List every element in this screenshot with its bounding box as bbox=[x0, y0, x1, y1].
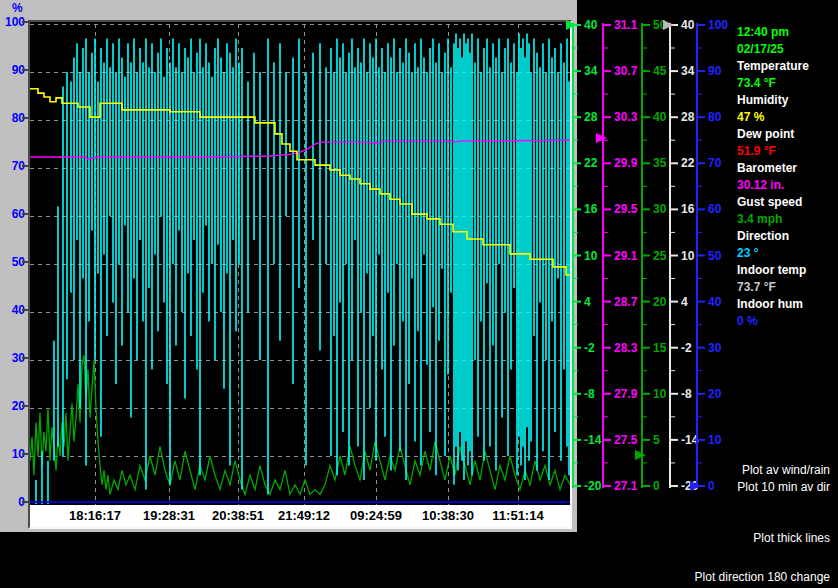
dew-point-axis-label: 4 bbox=[681, 295, 688, 309]
dew-point-axis-label: -8 bbox=[681, 387, 692, 401]
dew-point-axis-label: 10 bbox=[681, 249, 695, 263]
temperature-axis-label: 22 bbox=[584, 156, 598, 170]
gust-speed-axis-label: 25 bbox=[653, 249, 667, 263]
option-plot-av-wind-rain[interactable]: Plot av wind/rain bbox=[742, 463, 830, 477]
barometer-axis-label: 29.5 bbox=[614, 202, 638, 216]
time-axis-label: 11:51:14 bbox=[483, 508, 553, 523]
dew-point-axis-label: 34 bbox=[681, 64, 695, 78]
temperature-axis-label: 4 bbox=[584, 295, 591, 309]
humidity-axis-label: 40 bbox=[708, 295, 722, 309]
humidity-value: 47 % bbox=[737, 109, 837, 126]
dew-point-label: Dew point bbox=[737, 126, 837, 143]
barometer-pointer bbox=[596, 133, 607, 143]
clock-time: 12:40 pm bbox=[737, 24, 837, 41]
humidity-axis-label: 10 bbox=[708, 433, 722, 447]
barometer-axis-label: 28.3 bbox=[614, 341, 638, 355]
barometer-axis-label: 27.1 bbox=[614, 479, 638, 493]
gust-speed-axis-label: 40 bbox=[653, 110, 667, 124]
temperature-pointer bbox=[566, 20, 577, 30]
dew-point-axis: 4034282216104-2-8-14-20 bbox=[663, 18, 699, 493]
humidity-axis-label: 60 bbox=[708, 202, 722, 216]
temperature-axis-label: 34 bbox=[584, 64, 598, 78]
date: 02/17/25 bbox=[737, 41, 837, 58]
option-plot-10-min-av-dir[interactable]: Plot 10 min av dir bbox=[737, 480, 830, 494]
humidity-axis-label: 30 bbox=[708, 341, 722, 355]
weather-plot[interactable] bbox=[30, 24, 570, 505]
option-plot-direction-180-change[interactable]: Plot direction 180 change bbox=[695, 570, 830, 584]
barometer-axis-label: 29.9 bbox=[614, 156, 638, 170]
right-axes: 4034282216104-2-8-14-2031.130.730.329.92… bbox=[560, 0, 735, 510]
indoor-hum-value: 0 % bbox=[737, 313, 837, 330]
dew-point-axis-label: 28 bbox=[681, 110, 695, 124]
gust-speed-axis-label: 5 bbox=[653, 433, 660, 447]
time-axis-label: 19:28:31 bbox=[134, 508, 204, 523]
temperature-axis-label: -20 bbox=[584, 479, 602, 493]
temperature-axis-label: -8 bbox=[584, 387, 595, 401]
gust-speed-axis-label: 35 bbox=[653, 156, 667, 170]
temperature-axis: 4034282216104-2-8-14-20 bbox=[566, 18, 602, 493]
left-axis-unit: % bbox=[12, 1, 32, 15]
time-axis-label: 18:16:17 bbox=[60, 508, 130, 523]
barometer-axis-label: 29.1 bbox=[614, 249, 638, 263]
time-axis-label: 20:38:51 bbox=[203, 508, 273, 523]
humidity-label: Humidity bbox=[737, 92, 837, 109]
gust-speed-value: 3.4 mph bbox=[737, 211, 837, 228]
gust-speed-pointer bbox=[635, 450, 646, 460]
temperature-value: 73.4 °F bbox=[737, 75, 837, 92]
humidity-axis-label: 20 bbox=[708, 387, 722, 401]
time-axis-label: 21:49:12 bbox=[269, 508, 339, 523]
temperature-axis-label: 16 bbox=[584, 202, 598, 216]
gust-speed-axis: 50454035302520151050 bbox=[635, 18, 667, 493]
dew-point-value: 51.9 °F bbox=[737, 143, 837, 160]
dew-point-pointer bbox=[663, 20, 674, 30]
gust-speed-label: Gust speed bbox=[737, 194, 837, 211]
humidity-axis-label: 0 bbox=[708, 479, 715, 493]
chart-widget: % 1009080706050403020100 18:16:1719:28:3… bbox=[0, 0, 577, 532]
plot-frame: 18:16:1719:28:3120:38:5121:49:1209:24:59… bbox=[28, 20, 572, 529]
humidity-axis-label: 90 bbox=[708, 64, 722, 78]
barometer-axis-label: 30.7 bbox=[614, 64, 638, 78]
barometer-axis-label: 28.7 bbox=[614, 295, 638, 309]
barometer-label: Barometer bbox=[737, 160, 837, 177]
humidity-axis: 1009080706050403020100 bbox=[690, 18, 728, 493]
gust-speed-axis-label: 0 bbox=[653, 479, 660, 493]
readings-panel: 12:40 pm02/17/25Temperature73.4 °FHumidi… bbox=[737, 24, 837, 330]
time-axis-label: 09:24:59 bbox=[341, 508, 411, 523]
weather-app-screen: % 1009080706050403020100 18:16:1719:28:3… bbox=[0, 0, 838, 588]
dew-point-axis-label: 22 bbox=[681, 156, 695, 170]
indoor-temp-label: Indoor temp bbox=[737, 262, 837, 279]
dew-point-axis-label: 16 bbox=[681, 202, 695, 216]
temperature-axis-label: 28 bbox=[584, 110, 598, 124]
direction-label: Direction bbox=[737, 228, 837, 245]
gust-speed-axis-label: 30 bbox=[653, 202, 667, 216]
humidity-axis-label: 70 bbox=[708, 156, 722, 170]
gust-speed-axis-label: 20 bbox=[653, 295, 667, 309]
gust-speed-axis-label: 15 bbox=[653, 341, 667, 355]
barometer-axis-label: 30.3 bbox=[614, 110, 638, 124]
indoor-temp-value: 73.7 °F bbox=[737, 279, 837, 296]
dew-point-axis-label: -2 bbox=[681, 341, 692, 355]
direction-value: 23 ° bbox=[737, 245, 837, 262]
temperature-axis-label: -14 bbox=[584, 433, 602, 447]
humidity-axis-label: 100 bbox=[708, 18, 728, 32]
barometer-axis: 31.130.730.329.929.529.128.728.327.927.5… bbox=[596, 18, 638, 493]
temperature-axis-label: 40 bbox=[584, 18, 598, 32]
humidity-axis-label: 80 bbox=[708, 110, 722, 124]
option-plot-thick-lines[interactable]: Plot thick lines bbox=[753, 531, 830, 545]
barometer-axis-label: 27.9 bbox=[614, 387, 638, 401]
dew-point-axis-label: 40 bbox=[681, 18, 695, 32]
humidity-axis-label: 50 bbox=[708, 249, 722, 263]
temperature-axis-label: -2 bbox=[584, 341, 595, 355]
barometer-value: 30.12 in. bbox=[737, 177, 837, 194]
temperature-axis-label: 10 bbox=[584, 249, 598, 263]
temperature-label: Temperature bbox=[737, 58, 837, 75]
gust-speed-axis-label: 10 bbox=[653, 387, 667, 401]
barometer-axis-label: 31.1 bbox=[614, 18, 638, 32]
gust-speed-axis-label: 45 bbox=[653, 64, 667, 78]
time-axis-label: 10:38:30 bbox=[413, 508, 483, 523]
time-axis: 18:16:1719:28:3120:38:5121:49:1209:24:59… bbox=[30, 505, 570, 527]
barometer-axis-label: 27.5 bbox=[614, 433, 638, 447]
indoor-hum-label: Indoor hum bbox=[737, 296, 837, 313]
